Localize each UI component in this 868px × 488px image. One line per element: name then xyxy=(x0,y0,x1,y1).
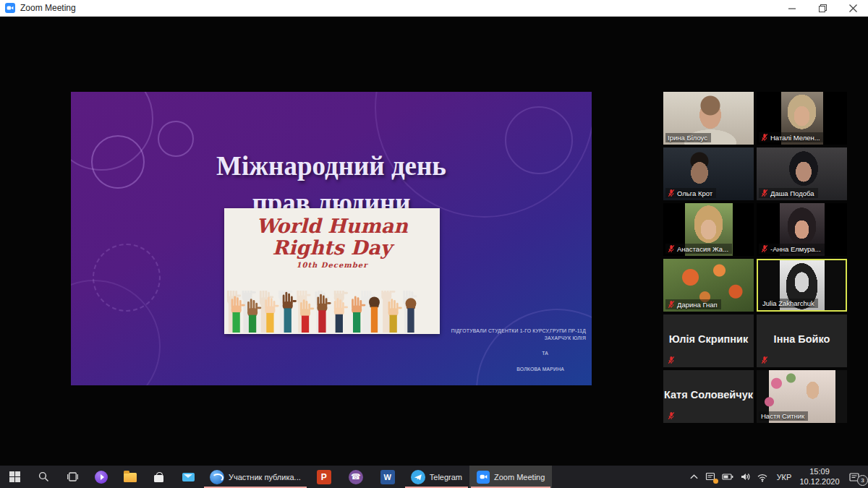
show-hidden-icons-button[interactable] xyxy=(686,466,702,488)
chevron-up-icon xyxy=(689,473,699,481)
participant-name: Анастасия Жа... xyxy=(677,245,728,253)
action-center-button[interactable]: 3 xyxy=(842,466,867,488)
clock[interactable]: 15:09 10.12.2020 xyxy=(797,466,842,488)
mail-button[interactable] xyxy=(174,466,203,488)
store-button[interactable] xyxy=(145,466,174,488)
participant-name: Катя Соловейчук xyxy=(663,389,754,401)
zoom-taskbar-label: Zoom Meeting xyxy=(494,473,545,481)
battery-button[interactable] xyxy=(719,466,736,488)
window-title: Zoom Meeting xyxy=(20,3,76,13)
clock-date: 10.12.2020 xyxy=(799,477,839,487)
powerpoint-taskbar-button[interactable] xyxy=(308,466,340,488)
participant-tile[interactable]: Анастасия Жа... xyxy=(663,203,754,256)
task-view-button[interactable] xyxy=(58,466,87,488)
participant-name: Ольга Крот xyxy=(677,189,712,197)
mic-muted-icon xyxy=(668,356,675,364)
credits-line: ПІДГОТУВАЛИ СТУДЕНТКИ 1-ГО КУРСУ,ГРУПИ П… xyxy=(369,328,586,335)
participant-nameplate xyxy=(665,411,678,421)
participant-name: Ірина Білоус xyxy=(668,134,707,142)
close-button[interactable] xyxy=(838,0,868,16)
tray-app-button[interactable] xyxy=(702,466,719,488)
participant-tile[interactable]: Даша Подоба xyxy=(757,147,847,200)
participant-nameplate: Дарина Гнап xyxy=(665,299,721,309)
zoom-app-icon xyxy=(5,3,15,13)
participant-nameplate: Ольга Крот xyxy=(665,188,716,198)
windows-taskbar: Участник публика... Telegram xyxy=(0,466,868,488)
raised-hands-illustration xyxy=(227,291,423,333)
zoom-taskbar-button[interactable]: Zoom Meeting xyxy=(469,466,552,488)
network-button[interactable] xyxy=(754,466,771,488)
telegram-taskbar-button[interactable]: Telegram xyxy=(404,466,469,488)
participant-tile[interactable]: -Анна Елмура... xyxy=(757,203,847,256)
participant-nameplate xyxy=(759,355,772,365)
task-view-icon xyxy=(67,471,78,482)
mic-muted-icon xyxy=(761,189,768,197)
assistant-icon xyxy=(95,471,108,484)
participant-nameplate: Анастасия Жа... xyxy=(665,244,732,254)
participant-name: Настя Ситник xyxy=(761,412,804,420)
participant-tile[interactable]: Дарина Гнап xyxy=(663,259,754,312)
mail-icon xyxy=(182,473,195,481)
mic-muted-icon xyxy=(761,133,768,142)
mic-muted-icon xyxy=(668,244,675,253)
viber-icon xyxy=(349,470,363,484)
volume-button[interactable] xyxy=(736,466,754,488)
participant-tile[interactable]: Юлія Скрипник xyxy=(663,314,754,367)
world-human-rights-day-poster: World Human Rights Day 10th December xyxy=(224,208,440,334)
language-indicator[interactable]: УКР xyxy=(771,466,797,488)
participant-nameplate: Настя Ситник xyxy=(759,411,808,421)
mic-muted-icon xyxy=(761,244,768,253)
shared-screen-slide: Міжнародний день прав людини World Human… xyxy=(71,92,592,385)
clock-time: 15:09 xyxy=(799,467,839,476)
mic-muted-icon xyxy=(761,356,768,364)
participant-name: -Анна Елмура... xyxy=(770,245,821,253)
start-icon xyxy=(9,471,20,482)
close-icon xyxy=(849,4,857,12)
participant-tile-active-speaker[interactable]: Julia Zakharchuk xyxy=(757,259,847,312)
restore-button[interactable] xyxy=(807,0,838,16)
participant-name: Даша Подоба xyxy=(770,189,814,197)
participant-tile[interactable]: Ірина Білоус xyxy=(663,92,754,145)
minimize-button[interactable] xyxy=(777,0,807,16)
participant-nameplate xyxy=(665,355,678,365)
telegram-icon xyxy=(411,470,425,484)
slide-credits: ПІДГОТУВАЛИ СТУДЕНТКИ 1-ГО КУРСУ,ГРУПИ П… xyxy=(369,328,586,373)
wifi-icon xyxy=(757,472,768,482)
credits-line: ЗАХАРЧУК ЮЛІЯ xyxy=(369,335,586,342)
credits-line: ТА xyxy=(369,350,548,357)
browser-icon xyxy=(210,470,224,484)
participant-nameplate: Julia Zakharchuk xyxy=(760,299,818,308)
mic-muted-icon xyxy=(668,300,675,309)
participant-nameplate: -Анна Елмура... xyxy=(759,244,825,254)
participant-tile[interactable]: Настя Ситник xyxy=(757,370,847,423)
participant-nameplate: Ірина Білоус xyxy=(665,133,711,142)
notification-count-badge: 3 xyxy=(857,475,868,486)
restore-icon xyxy=(819,4,827,12)
participant-tile[interactable]: Ольга Крот xyxy=(663,147,754,200)
minimize-icon xyxy=(788,4,796,12)
window-controls xyxy=(777,0,868,16)
poster-title-line2: Rights Day xyxy=(224,237,440,259)
file-explorer-icon xyxy=(124,473,137,482)
file-explorer-button[interactable] xyxy=(116,466,145,488)
poster-title: World Human Rights Day xyxy=(224,215,440,259)
window-titlebar: Zoom Meeting xyxy=(0,0,868,17)
participant-tile[interactable]: Інна Бойко xyxy=(757,314,847,367)
participant-tile[interactable]: Наталі Мелен... xyxy=(757,92,847,145)
store-icon xyxy=(153,471,165,483)
search-button[interactable] xyxy=(29,466,58,488)
slide-title-line1: Міжнародний день xyxy=(71,147,592,184)
poster-date: 10th December xyxy=(224,261,440,269)
viber-taskbar-button[interactable] xyxy=(340,466,372,488)
word-taskbar-button[interactable] xyxy=(372,466,404,488)
mic-muted-icon xyxy=(668,411,675,420)
zoom-meeting-window: Zoom Meeting xyxy=(0,0,868,488)
start-button[interactable] xyxy=(0,466,29,488)
zoom-icon xyxy=(477,471,490,484)
assistant-button[interactable] xyxy=(87,466,116,488)
powerpoint-icon xyxy=(317,470,331,484)
browser-taskbar-button[interactable]: Участник публика... xyxy=(203,466,308,488)
word-icon xyxy=(380,470,395,484)
browser-label: Участник публика... xyxy=(229,473,301,481)
participant-tile[interactable]: Катя Соловейчук xyxy=(663,370,754,423)
